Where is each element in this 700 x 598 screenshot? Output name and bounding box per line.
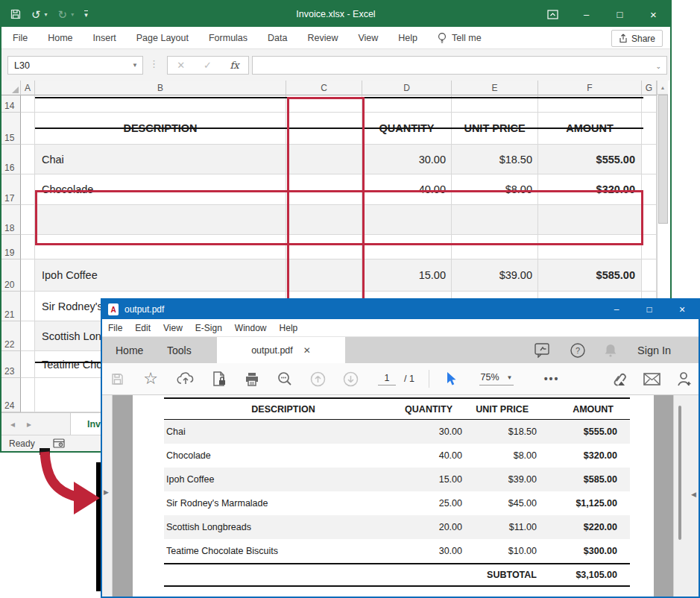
- pdf-menu-e-sign[interactable]: E-Sign: [195, 323, 222, 333]
- feedback-icon[interactable]: [535, 337, 551, 363]
- close-button[interactable]: ×: [637, 1, 670, 27]
- column-header-B[interactable]: B: [35, 81, 286, 95]
- undo-caret-icon[interactable]: ▾: [45, 11, 48, 18]
- row-header-23[interactable]: 23: [1, 351, 21, 378]
- select-tool-pointer-icon[interactable]: [442, 363, 460, 394]
- name-box[interactable]: L30 ▼: [7, 56, 143, 75]
- cell-E15[interactable]: UNIT PRICE: [452, 113, 538, 145]
- undo-icon[interactable]: ↺: [31, 9, 41, 20]
- share-button[interactable]: Share: [611, 30, 663, 47]
- cell-A19[interactable]: [21, 235, 35, 259]
- pdf-minimize-button[interactable]: –: [600, 300, 633, 319]
- scroll-up-icon[interactable]: ▲: [658, 81, 668, 95]
- cell-C17[interactable]: [286, 174, 362, 205]
- cell-E14[interactable]: [452, 95, 538, 113]
- cell-D17[interactable]: 40.00: [362, 174, 452, 205]
- cell-C14[interactable]: [286, 95, 362, 113]
- share-cloud-icon[interactable]: [175, 363, 196, 394]
- more-tools-icon[interactable]: •••: [540, 363, 563, 394]
- row-header-17[interactable]: 17: [1, 174, 21, 205]
- column-header-C[interactable]: C: [286, 81, 362, 95]
- ribbon-tab-file[interactable]: File: [13, 33, 28, 43]
- ribbon-tab-insert[interactable]: Insert: [93, 33, 116, 43]
- formula-bar-resize-handle[interactable]: ⋮: [149, 58, 159, 69]
- row-header-22[interactable]: 22: [1, 321, 21, 351]
- page-number-value[interactable]: 1: [378, 373, 396, 385]
- cell-F16[interactable]: $555.00: [538, 145, 642, 174]
- cell-B16[interactable]: Chai: [35, 145, 286, 174]
- cell-B19[interactable]: [35, 235, 286, 259]
- cell-G16[interactable]: [642, 145, 657, 174]
- cell-B17[interactable]: Chocolade: [35, 174, 286, 205]
- shared-link-icon[interactable]: [608, 363, 628, 394]
- column-header-A[interactable]: A: [21, 81, 35, 95]
- page-number-input[interactable]: 1: [376, 363, 397, 394]
- cell-A21[interactable]: [21, 292, 35, 321]
- cell-A15[interactable]: [21, 113, 35, 145]
- ribbon-tab-formulas[interactable]: Formulas: [209, 33, 247, 43]
- sign-in-button[interactable]: Sign In: [637, 337, 671, 363]
- cell-A18[interactable]: [21, 205, 35, 235]
- pdf-menu-window[interactable]: Window: [235, 323, 267, 333]
- cell-B14[interactable]: [35, 95, 286, 113]
- cell-A14[interactable]: [21, 95, 35, 113]
- fill-sign-person-icon[interactable]: [674, 363, 695, 394]
- tab-close-icon[interactable]: ✕: [303, 345, 311, 356]
- notifications-bell-icon[interactable]: [603, 337, 618, 363]
- tell-me-group[interactable]: Tell me: [438, 32, 482, 44]
- tab-tools[interactable]: Tools: [167, 337, 192, 363]
- cell-D16[interactable]: 30.00: [362, 145, 452, 174]
- cell-F20[interactable]: $585.00: [538, 259, 642, 292]
- cell-C19[interactable]: [286, 235, 362, 259]
- pdf-maximize-button[interactable]: □: [633, 300, 666, 319]
- zoom-level-dropdown[interactable]: 75%▼: [472, 363, 521, 394]
- sheet-nav-right-icon[interactable]: ▸: [18, 419, 40, 429]
- export-pdf-lock-icon[interactable]: [209, 363, 229, 394]
- row-header-21[interactable]: 21: [1, 292, 21, 321]
- cell-D18[interactable]: [362, 205, 452, 235]
- select-all-corner[interactable]: [1, 81, 21, 95]
- pdf-menu-view[interactable]: View: [163, 323, 183, 333]
- cell-E19[interactable]: [452, 235, 538, 259]
- cell-F15[interactable]: AMOUNT: [538, 113, 642, 145]
- tab-home[interactable]: Home: [116, 337, 143, 363]
- cell-A17[interactable]: [21, 174, 35, 205]
- cell-C15[interactable]: [286, 113, 362, 145]
- row-header-14[interactable]: 14: [1, 95, 21, 113]
- row-header-16[interactable]: 16: [1, 145, 21, 174]
- insert-function-icon[interactable]: fx: [230, 60, 239, 71]
- cell-B15[interactable]: DESCRIPTION: [35, 113, 286, 145]
- cell-F18[interactable]: [538, 205, 642, 235]
- pdf-close-button[interactable]: ×: [666, 300, 699, 319]
- column-header-F[interactable]: F: [538, 81, 642, 95]
- cell-G19[interactable]: [642, 235, 657, 259]
- row-header-20[interactable]: 20: [1, 259, 21, 292]
- row-header-15[interactable]: 15: [1, 113, 21, 145]
- cell-C20[interactable]: [286, 259, 362, 292]
- cell-G14[interactable]: [642, 95, 657, 113]
- row-header-18[interactable]: 18: [1, 205, 21, 235]
- save-icon[interactable]: [10, 9, 21, 19]
- expand-left-pane-icon[interactable]: ▶: [104, 488, 109, 496]
- cell-G15[interactable]: [642, 113, 657, 145]
- cell-E18[interactable]: [452, 205, 538, 235]
- cell-D14[interactable]: [362, 95, 452, 113]
- ribbon-tab-page-layout[interactable]: Page Layout: [136, 33, 189, 43]
- tab-document[interactable]: output.pdf ✕: [217, 337, 345, 363]
- cell-G18[interactable]: [642, 205, 657, 235]
- pdf-menu-help[interactable]: Help: [280, 323, 298, 333]
- ribbon-tab-view[interactable]: View: [358, 33, 378, 43]
- cell-E16[interactable]: $18.50: [452, 145, 538, 174]
- cell-D19[interactable]: [362, 235, 452, 259]
- scrollbar-thumb[interactable]: [658, 95, 668, 224]
- cell-F17[interactable]: $320.00: [538, 174, 642, 205]
- column-header-D[interactable]: D: [362, 81, 452, 95]
- formula-bar-input[interactable]: ⌄: [252, 56, 667, 75]
- cell-A20[interactable]: [21, 259, 35, 292]
- cell-F14[interactable]: [538, 95, 642, 113]
- row-header-24[interactable]: 24: [1, 378, 21, 412]
- email-icon[interactable]: [641, 363, 662, 394]
- search-icon[interactable]: [275, 363, 294, 394]
- cell-A24[interactable]: [21, 378, 35, 412]
- maximize-button[interactable]: □: [603, 1, 637, 27]
